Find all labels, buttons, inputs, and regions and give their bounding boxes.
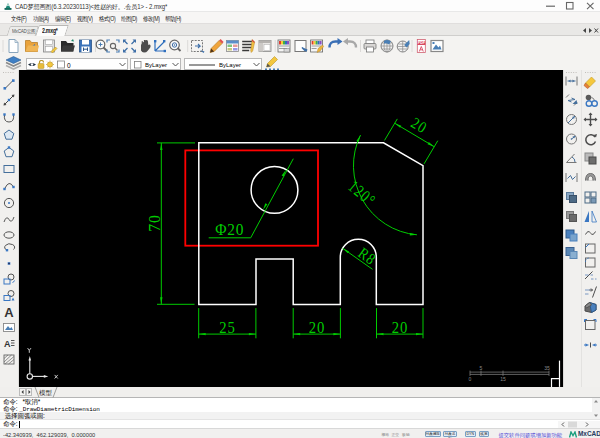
svg-text:PDF: PDF (418, 41, 426, 45)
svg-text:20: 20 (309, 318, 325, 336)
svg-text:A: A (4, 305, 14, 320)
svg-text:120°: 120° (345, 176, 380, 210)
svg-text:70: 70 (144, 214, 164, 232)
svg-text:20: 20 (392, 318, 408, 336)
svg-text:15: 15 (500, 376, 506, 382)
svg-text:5: 5 (480, 365, 483, 371)
svg-text:25: 25 (219, 318, 235, 336)
svg-text:35: 35 (544, 365, 550, 371)
svg-text:Φ20: Φ20 (215, 219, 244, 239)
svg-text:0: 0 (469, 376, 472, 382)
svg-text:A: A (4, 339, 11, 349)
